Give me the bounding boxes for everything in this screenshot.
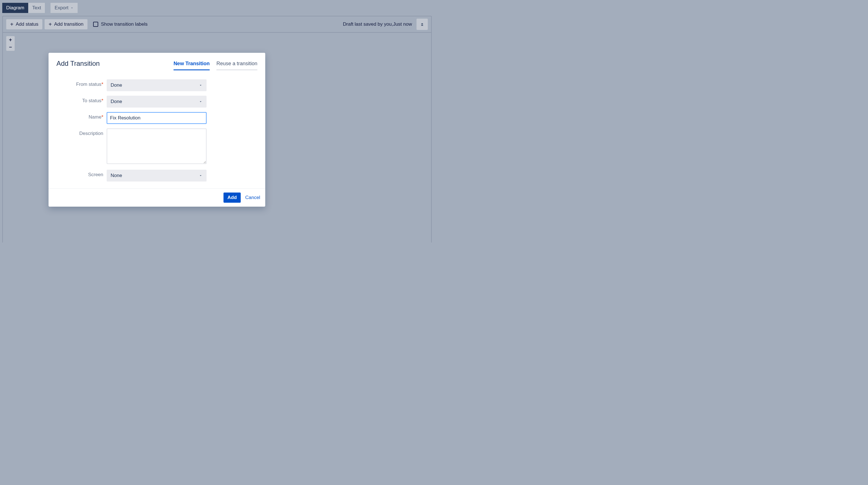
- screen-select[interactable]: None: [107, 170, 207, 182]
- from-status-select[interactable]: Done: [107, 79, 207, 91]
- plus-icon: +: [10, 22, 13, 27]
- add-transition-label: Add transition: [54, 22, 84, 27]
- view-tab-group: Diagram Text: [2, 3, 45, 13]
- add-button[interactable]: Add: [223, 192, 241, 203]
- from-status-value: Done: [111, 83, 122, 88]
- cancel-button[interactable]: Cancel: [244, 192, 261, 203]
- export-label: Export: [55, 5, 68, 11]
- double-chevron-up-icon: [420, 22, 425, 27]
- collapse-panel-button[interactable]: [416, 19, 428, 30]
- chevron-down-icon: [199, 174, 203, 178]
- to-status-select[interactable]: Done: [107, 96, 207, 108]
- checkbox-icon: [93, 22, 98, 27]
- show-transition-labels-label: Show transition labels: [101, 22, 148, 27]
- tab-diagram[interactable]: Diagram: [2, 3, 28, 13]
- add-status-button[interactable]: + Add status: [6, 19, 42, 29]
- description-textarea[interactable]: [107, 128, 207, 164]
- tab-new-transition[interactable]: New Transition: [174, 61, 210, 70]
- description-row: Description: [56, 128, 257, 165]
- chevron-down-icon: [70, 6, 74, 9]
- modal-footer: Add Cancel: [49, 188, 265, 207]
- zoom-out-button[interactable]: −: [6, 43, 15, 51]
- to-status-label: To status*: [56, 96, 107, 103]
- screen-label: Screen: [56, 170, 107, 178]
- description-label: Description: [56, 128, 107, 137]
- to-status-row: To status* Done: [56, 96, 257, 108]
- panel-header: + Add status + Add transition Show trans…: [3, 17, 431, 33]
- modal-tabs: New Transition Reuse a transition: [174, 60, 257, 70]
- chevron-down-icon: [199, 100, 203, 103]
- show-transition-labels-toggle[interactable]: Show transition labels: [93, 22, 148, 27]
- export-dropdown[interactable]: Export: [51, 3, 77, 13]
- save-status-text: Draft last saved by you,Just now: [343, 22, 412, 27]
- plus-icon: +: [49, 22, 52, 27]
- zoom-controls: + −: [6, 36, 15, 51]
- modal-title: Add Transition: [56, 60, 100, 67]
- modal-header: Add Transition New Transition Reuse a tr…: [49, 53, 265, 72]
- modal-body: From status* Done To status* Done: [49, 72, 265, 188]
- add-status-label: Add status: [16, 22, 38, 27]
- top-toolbar: Diagram Text Export: [0, 0, 434, 16]
- from-status-label: From status*: [56, 79, 107, 87]
- to-status-value: Done: [111, 99, 122, 104]
- add-transition-modal: Add Transition New Transition Reuse a tr…: [49, 53, 265, 207]
- name-input[interactable]: [107, 112, 207, 124]
- zoom-in-button[interactable]: +: [6, 36, 15, 43]
- tab-reuse-transition[interactable]: Reuse a transition: [216, 61, 257, 70]
- add-transition-button[interactable]: + Add transition: [44, 19, 88, 29]
- chevron-down-icon: [199, 83, 203, 87]
- name-row: Name*: [56, 112, 257, 124]
- tab-text[interactable]: Text: [28, 3, 45, 13]
- screen-row: Screen None: [56, 170, 257, 182]
- screen-value: None: [111, 173, 122, 178]
- name-label: Name*: [56, 112, 107, 120]
- from-status-row: From status* Done: [56, 79, 257, 91]
